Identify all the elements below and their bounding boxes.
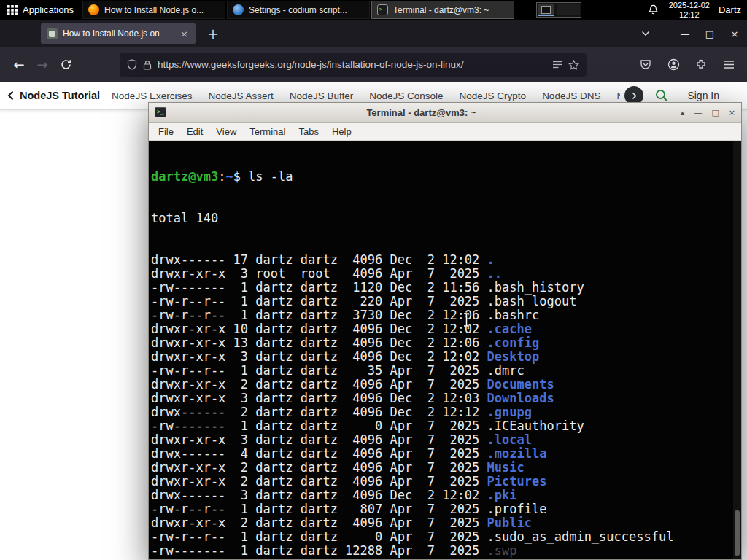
taskbar-item[interactable]: Settings - codium script... [227,1,370,19]
browser-maximize-button[interactable]: □ [697,20,722,47]
reload-button[interactable] [54,53,77,77]
site-nav-item[interactable]: NodeJS Console [369,90,443,101]
extensions-puzzle-icon[interactable] [690,54,712,76]
site-nav-item[interactable]: Node [616,90,620,101]
terminal-menu-edit[interactable]: Edit [180,126,209,137]
top-panel: Applications How to Install Node.js o...… [0,0,747,20]
tab-title: How to Install Node.js on [63,28,174,39]
lock-icon[interactable] [143,60,152,70]
terminal-titlebar[interactable]: Terminal - dartz@vm3: ~ ▴ — □ × [149,103,741,122]
terminal-minimize-button[interactable]: — [694,109,702,117]
site-nav-item[interactable]: NodeJS Crypto [460,90,527,101]
system-tray: 2025-12-02 12:12 Dartz [648,1,747,19]
url-text: https://www.geeksforgeeks.org/node-js/in… [158,59,546,70]
terminal-line: -rw-r--r-- 1 dartz dartz 0 Apr 7 2025 .s… [151,530,741,544]
bookmark-star-icon[interactable] [568,60,579,70]
taskbar-item[interactable]: How to Install Node.js o... [82,1,225,19]
terminal-shade-button[interactable]: ▴ [681,109,685,117]
back-button[interactable]: ← [7,53,31,77]
terminal-menu-help[interactable]: Help [325,126,358,137]
terminal-line: drwxr-xr-x 2 dartz dartz 4096 Apr 7 2025… [151,516,741,530]
terminal-menubar: FileEditViewTerminalTabsHelp [149,122,741,141]
terminal-line: -rw------- 1 dartz dartz 12288 Apr 7 202… [151,544,741,558]
panel-clock[interactable]: 2025-12-02 12:12 [669,1,710,19]
applications-menu-button[interactable]: Applications [0,0,81,20]
tab-close-icon[interactable]: × [179,28,190,39]
site-nav-brand[interactable]: NodeJS Tutorial [20,90,100,101]
terminal-window-title: Terminal - dartz@vm3: ~ [166,107,676,118]
clock-date: 2025-12-02 [669,1,710,10]
browser-minimize-button[interactable]: — [673,20,697,47]
site-nav-list: NodeJS ExercisesNodeJS AssertNodeJS Buff… [112,90,620,101]
prompt-dollar: $ [233,169,248,184]
terminal-line: drwxr-xr-x 2 dartz dartz 4096 Apr 7 2025… [151,558,741,559]
terminal-close-button[interactable]: × [729,109,735,117]
terminal-line: drwx------ 3 dartz dartz 4096 Dec 2 12:0… [151,489,741,502]
mini-terminal-icon [541,6,551,14]
terminal-line: -rw-r--r-- 1 dartz dartz 807 Apr 7 2025 … [151,502,741,516]
chevron-right-icon [632,92,637,100]
site-nav-item[interactable]: NodeJS DNS [542,90,600,101]
tracking-protection-shield-icon[interactable] [127,59,137,70]
toolbar-icons [635,54,740,76]
terminal-total-line: total 140 [151,211,741,225]
site-search-icon[interactable] [655,89,668,102]
browser-tab[interactable]: How to Install Node.js on × [41,23,196,44]
terminal-line: -rw-r--r-- 1 dartz dartz 220 Apr 7 2025 … [151,295,741,308]
site-nav-item[interactable]: NodeJS Buffer [290,90,354,101]
prompt-colon: : [218,169,225,184]
terminal-menu-view[interactable]: View [209,126,243,137]
terminal-menu-file[interactable]: File [152,126,180,137]
clock-time: 12:12 [669,10,710,20]
taskbar: How to Install Node.js o...Settings - co… [81,0,514,20]
browser-navigation-toolbar: ← → https://www.geeksforgeeks.org/node-j… [0,47,747,82]
terminal-menu-tabs[interactable]: Tabs [292,126,325,137]
firefox-icon [88,4,99,15]
account-icon[interactable] [662,54,684,76]
browser-close-button[interactable]: × [722,20,747,47]
terminal-line: -rw------- 1 dartz dartz 1120 Dec 2 11:5… [151,281,741,295]
terminal-line: -rw------- 1 dartz dartz 0 Apr 7 2025 .I… [151,419,741,433]
taskbar-item-title: How to Install Node.js o... [104,5,204,15]
terminal-line: drwx------ 4 dartz dartz 4096 Apr 7 2025… [151,447,741,461]
terminal-window: Terminal - dartz@vm3: ~ ▴ — □ × FileEdit… [148,102,742,560]
workspace-empty-area [557,4,580,15]
sign-in-button[interactable]: Sign In [687,90,719,101]
forward-button[interactable]: → [31,53,54,77]
terminal-line: drwx------ 17 dartz dartz 4096 Dec 2 12:… [151,253,741,267]
workspace-switcher[interactable] [536,2,581,18]
menu-hamburger-icon[interactable] [718,54,740,76]
prompt-user-host: dartz@vm3 [151,169,218,184]
reader-view-icon[interactable] [552,60,562,69]
taskbar-item[interactable]: Terminal - dartz@vm3: ~ [371,1,514,19]
terminal-line: drwx------ 2 dartz dartz 4096 Dec 2 12:1… [151,405,741,419]
url-bar[interactable]: https://www.geeksforgeeks.org/node-js/in… [120,53,587,77]
pocket-icon[interactable] [635,54,657,76]
terminal-line: -rw-r--r-- 1 dartz dartz 35 Apr 7 2025 .… [151,364,741,378]
reload-icon [61,59,71,70]
terminal-line: drwxr-xr-x 2 dartz dartz 4096 Apr 7 2025… [151,461,741,475]
terminal-output[interactable]: dartz@vm3:~$ ls -la total 140 drwx------… [149,141,741,559]
new-tab-button[interactable]: + [203,23,223,44]
notifications-bell-icon[interactable] [648,4,659,15]
terminal-line: -rw-r--r-- 1 dartz dartz 3730 Dec 2 12:0… [151,308,741,322]
site-nav-item[interactable]: NodeJS Exercises [112,90,192,101]
terminal-menu-terminal[interactable]: Terminal [243,126,292,137]
terminal-scrollbar-thumb[interactable] [735,510,740,556]
list-all-tabs-button[interactable] [635,20,657,47]
workspace-active-window [538,4,554,16]
settings-icon [233,4,244,15]
terminal-window-controls: ▴ — □ × [681,109,735,117]
browser-tab-bar: How to Install Node.js on × + — □ × [0,20,747,47]
terminal-line: drwxr-xr-x 10 dartz dartz 4096 Dec 2 12:… [151,322,741,336]
terminal-icon [377,4,388,15]
terminal-line: drwxr-xr-x 2 dartz dartz 4096 Apr 7 2025… [151,475,741,489]
terminal-scrollbar[interactable] [733,141,741,559]
terminal-maximize-button[interactable]: □ [711,109,719,117]
panel-user-label[interactable]: Dartz [719,4,741,15]
tab-favicon [47,28,58,39]
taskbar-item-title: Settings - codium script... [249,5,347,15]
site-nav-back-chevron-icon[interactable] [7,90,14,101]
site-nav-item[interactable]: NodeJS Assert [208,90,273,101]
desktop: Applications How to Install Node.js o...… [0,0,747,560]
